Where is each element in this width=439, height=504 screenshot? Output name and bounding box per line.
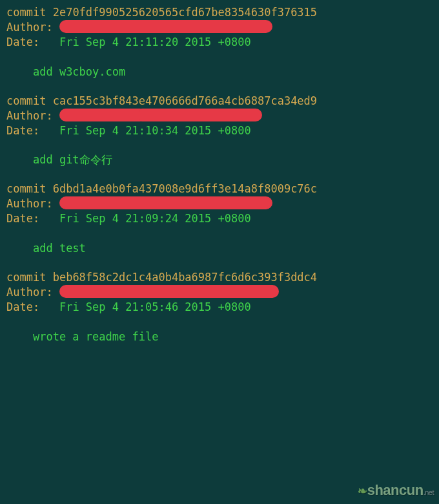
date-label: Date: bbox=[6, 36, 39, 48]
date-label: Date: bbox=[6, 300, 39, 313]
date-label: Date: bbox=[6, 124, 39, 137]
commit-entry: commit 6dbd1a4e0b0fa437008e9d6ff3e14a8f8… bbox=[6, 182, 433, 256]
commit-date: Fri Sep 4 21:10:34 2015 +0800 bbox=[59, 124, 251, 137]
commit-date: Fri Sep 4 21:05:46 2015 +0800 bbox=[59, 300, 251, 313]
watermark: ❧shancun.net bbox=[358, 481, 434, 500]
commit-line: commit 6dbd1a4e0b0fa437008e9d6ff3e14a8f8… bbox=[6, 182, 433, 196]
commit-line: commit 2e70fdf990525620565cfd67be8354630… bbox=[6, 5, 433, 20]
date-line: Date: Fri Sep 4 21:10:34 2015 +0800 bbox=[6, 123, 433, 138]
author-label: Author: bbox=[6, 197, 53, 210]
commit-date: Fri Sep 4 21:11:20 2015 +0800 bbox=[59, 36, 251, 48]
commit-entry: commit beb68f58c2dc1c4a0b4ba6987fc6d6c39… bbox=[6, 270, 433, 344]
commit-label: commit bbox=[6, 94, 46, 107]
commit-line: commit beb68f58c2dc1c4a0b4ba6987fc6d6c39… bbox=[6, 270, 433, 285]
redacted-author bbox=[139, 109, 262, 121]
commit-hash: cac155c3bf843e4706666d766a4cb6887ca34ed9 bbox=[53, 94, 317, 107]
watermark-text: shancun bbox=[367, 482, 424, 498]
commit-hash: beb68f58c2dc1c4a0b4ba6987fc6d6c393f3ddc4 bbox=[53, 271, 317, 284]
commit-message: add test bbox=[6, 241, 433, 256]
commit-message: add w3cboy.com bbox=[6, 65, 433, 79]
commit-label: commit bbox=[6, 6, 46, 19]
commit-message: add git命令行 bbox=[6, 152, 433, 167]
date-line: Date: Fri Sep 4 21:05:46 2015 +0800 bbox=[6, 300, 433, 315]
commit-line: commit cac155c3bf843e4706666d766a4cb6887… bbox=[6, 94, 433, 109]
date-line: Date: Fri Sep 4 21:11:20 2015 +0800 bbox=[6, 35, 433, 50]
commit-hash: 2e70fdf990525620565cfd67be8354630f376315 bbox=[53, 6, 317, 19]
redacted-author bbox=[59, 285, 279, 298]
author-label: Author: bbox=[6, 109, 53, 122]
git-log-output: commit 2e70fdf990525620565cfd67be8354630… bbox=[6, 5, 433, 344]
leaf-icon: ❧ bbox=[358, 485, 367, 498]
commit-message: wrote a readme file bbox=[6, 330, 433, 344]
author-line: Author: bbox=[6, 196, 433, 211]
commit-entry: commit cac155c3bf843e4706666d766a4cb6887… bbox=[6, 94, 433, 168]
author-label: Author: bbox=[6, 21, 53, 34]
commit-label: commit bbox=[6, 271, 46, 284]
redacted-author bbox=[59, 20, 272, 33]
commit-date: Fri Sep 4 21:09:24 2015 +0800 bbox=[59, 212, 251, 225]
commit-hash: 6dbd1a4e0b0fa437008e9d6ff3e14a8f8009c76c bbox=[53, 182, 317, 195]
author-line: Author: bbox=[6, 20, 433, 35]
redacted-author bbox=[59, 109, 143, 121]
commit-label: commit bbox=[6, 182, 46, 195]
commit-entry: commit 2e70fdf990525620565cfd67be8354630… bbox=[6, 5, 433, 79]
author-label: Author: bbox=[6, 286, 53, 299]
author-line: Author: bbox=[6, 109, 433, 123]
redacted-author bbox=[59, 196, 272, 209]
date-label: Date: bbox=[6, 212, 39, 225]
author-line: Author: bbox=[6, 285, 433, 300]
date-line: Date: Fri Sep 4 21:09:24 2015 +0800 bbox=[6, 211, 433, 226]
watermark-suffix: .net bbox=[424, 488, 434, 496]
